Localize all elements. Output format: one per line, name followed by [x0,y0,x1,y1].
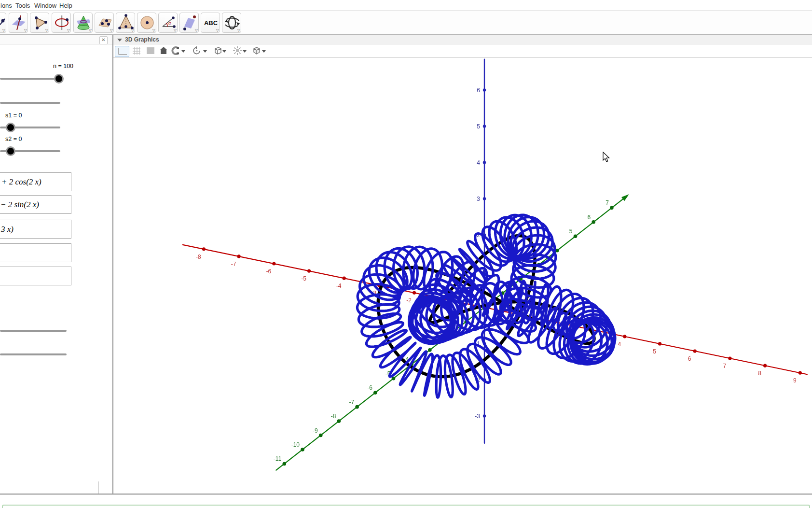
plane-through-points-tool[interactable]: ▽ [95,13,114,33]
svg-text:α: α [168,21,171,26]
plane-icon [146,46,155,56]
dropdown-arrow-icon[interactable]: ▽ [67,28,70,32]
input-hx[interactable]: 3 x) [0,220,71,239]
toolbar: ▽ ▽ ▽ ▽ [0,11,812,34]
dropdown-arrow-icon[interactable]: ▽ [89,28,92,32]
view-direction-button[interactable] [252,46,261,57]
pyramid-tool[interactable]: ▽ [116,13,135,33]
slider-n-label: n = 100 [53,63,73,70]
show-grid-button[interactable] [132,46,141,57]
input-empty-2[interactable] [0,267,71,285]
menu-window[interactable]: Window [34,2,56,9]
show-plane-button[interactable] [146,46,155,57]
slider-s1-thumb[interactable] [6,123,15,132]
3d-graphics-canvas[interactable] [113,58,812,494]
reflect-about-plane-tool[interactable]: ▽ [179,13,199,33]
command-input-field[interactable] [2,505,810,508]
home-view-button[interactable] [159,46,168,57]
clipping-box-button[interactable] [213,46,222,57]
grid-icon [132,46,141,56]
scroll-corner-line [98,481,98,494]
axes-icon [115,46,129,56]
clipping-box-dropdown-icon[interactable] [222,50,226,53]
show-axes-button[interactable] [115,46,129,57]
slider-n-thumb[interactable] [54,74,64,84]
lighting-icon [233,46,242,56]
point-capturing-button[interactable] [170,46,180,57]
left-panel: n = 100 s1 = 0 s2 = 0 + 2 cos(2 x) − 2 s… [0,44,112,494]
menu-options[interactable]: ions [0,2,12,9]
input-gx[interactable]: − 2 sin(2 x) [0,195,71,214]
dropdown-arrow-icon[interactable]: ▽ [195,28,198,32]
text-tool[interactable]: ABC ▽ [201,13,220,33]
menu-help[interactable]: Help [59,2,72,9]
polygon-tool[interactable]: ▽ [30,13,49,33]
dropdown-arrow-icon[interactable]: ▽ [174,28,177,32]
slider-unlabeled-track[interactable] [0,102,60,104]
close-panel-button[interactable]: ✕ [99,36,108,44]
view3d-header: 3D Graphics [113,35,812,44]
lighting-dropdown-icon[interactable] [243,50,247,53]
dropdown-arrow-icon[interactable]: ▽ [237,28,240,32]
slider-s1-label: s1 = 0 [5,112,22,119]
intersect-two-surfaces-tool[interactable]: ▽ [73,13,93,33]
slider-s2-thumb[interactable] [6,146,15,156]
circle-with-axis-tool[interactable]: ▽ [52,13,71,33]
lighting-button[interactable] [233,46,242,57]
view-direction-icon [252,46,261,56]
magnet-icon [170,46,180,56]
point-capturing-dropdown-icon[interactable] [181,50,185,53]
dropdown-arrow-icon[interactable]: ▽ [216,28,219,32]
slider-s2-label: s2 = 0 [5,136,22,142]
input-fx[interactable]: + 2 cos(2 x) [0,172,71,191]
slider-n-track[interactable] [0,78,63,80]
input-bar [0,495,812,508]
dropdown-arrow-icon[interactable]: ▽ [131,28,134,32]
lower-track-1[interactable] [0,330,67,332]
clipping-box-icon [213,46,222,56]
svg-text:ABC: ABC [204,19,218,27]
menu-bar: ions Tools Window Help [0,0,812,11]
dropdown-arrow-icon[interactable]: ▽ [2,28,5,32]
left-panel-header: ✕ [0,35,112,44]
rotate-animation-dropdown-icon[interactable] [203,50,207,53]
dropdown-arrow-icon[interactable]: ▽ [110,28,113,32]
point-tool-partial[interactable]: ▽ [0,13,6,33]
view3d-title: 3D Graphics [125,36,159,43]
menu-tools[interactable]: Tools [15,2,30,9]
rotate-animation-button[interactable] [192,46,202,57]
rotate-animation-icon [192,46,202,56]
chevron-down-icon[interactable] [117,39,122,42]
dropdown-arrow-icon[interactable]: ▽ [152,28,155,32]
rotate-3d-view-tool[interactable]: ▽ [222,13,241,33]
intersect-line-plane-tool[interactable]: ▽ [9,13,28,33]
input-empty-1[interactable] [0,243,71,262]
view-direction-dropdown-icon[interactable] [262,50,266,53]
view3d-stylebar [113,44,812,58]
geogebra-window: ions Tools Window Help ▽ ▽ ▽ [0,0,812,508]
dropdown-arrow-icon[interactable]: ▽ [24,28,27,32]
dropdown-arrow-icon[interactable]: ▽ [45,28,48,32]
lower-track-2[interactable] [0,353,67,355]
angle-tool[interactable]: α ▽ [158,13,178,33]
sphere-tool[interactable]: ▽ [137,13,156,33]
home-icon [159,46,168,56]
